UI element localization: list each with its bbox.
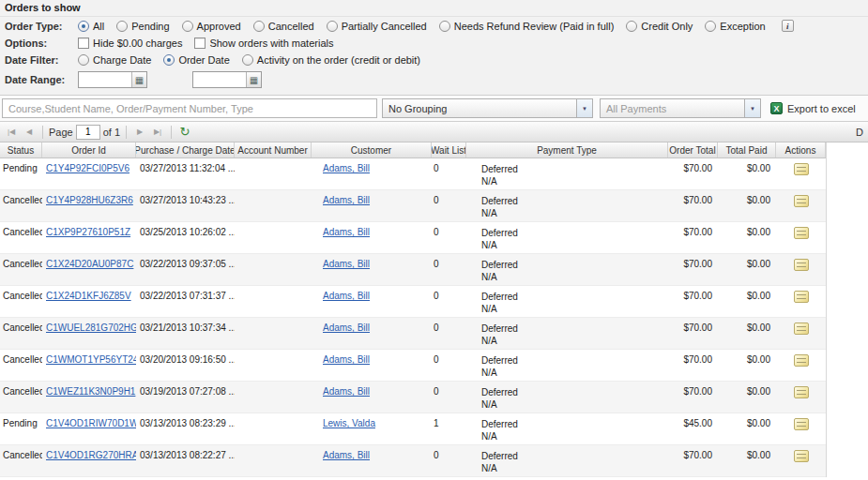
chevron-down-icon: ▼ <box>744 99 760 117</box>
order-id-link[interactable]: C1WMOT1YP56YT24 <box>46 354 136 365</box>
calendar-icon[interactable]: ▦ <box>246 72 261 87</box>
order-id-link[interactable]: C1V4OD1RG270HRA <box>46 450 136 460</box>
order-id-link[interactable]: C1V4OD1RIW70D1W <box>46 418 136 428</box>
radio-option-all[interactable]: All <box>78 21 104 32</box>
cell-payment: DeferredN/A <box>466 350 668 381</box>
table-header: StatusOrder IdPurchase / Charge DateAcco… <box>0 142 826 158</box>
column-header-purchase-charge-date[interactable]: Purchase / Charge Date <box>136 142 235 158</box>
column-header-total-paid[interactable]: Total Paid <box>718 142 776 158</box>
customer-link[interactable]: Adams, Bill <box>323 163 370 173</box>
table-row: CancelledC1V4OD1RG270HRA03/13/2013 08:22… <box>0 445 826 477</box>
order-type-row: Order Type: AllPendingApprovedCancelledP… <box>0 17 868 35</box>
edit-note-icon[interactable] <box>794 450 809 462</box>
checkbox-option-show-orders-with-materials[interactable]: Show orders with materials <box>194 38 333 49</box>
radio-option-charge-date[interactable]: Charge Date <box>78 54 151 66</box>
cell-wait-list: 0 <box>432 350 466 381</box>
cell-actions <box>776 350 826 381</box>
calendar-icon[interactable]: ▦ <box>131 72 146 87</box>
radio-option-exception[interactable]: Exception <box>705 21 765 32</box>
customer-link[interactable]: Adams, Bill <box>323 354 370 365</box>
first-page-button[interactable]: |◀ <box>4 125 19 140</box>
order-id-link[interactable]: C1X24D1KFJ6Z85V <box>46 291 131 301</box>
date-filter-row: Date Filter: Charge DateOrder DateActivi… <box>0 52 868 68</box>
edit-note-icon[interactable] <box>794 259 809 271</box>
edit-note-icon[interactable] <box>794 386 809 398</box>
edit-note-icon[interactable] <box>794 163 809 175</box>
cell-status: Cancelled <box>0 318 42 349</box>
edit-note-icon[interactable] <box>794 322 809 335</box>
export-label: Export to excel <box>787 103 856 114</box>
column-header-status[interactable]: Status <box>0 142 42 158</box>
prev-page-button[interactable]: ◀ <box>22 125 37 140</box>
grouping-select[interactable]: No Grouping ▼ <box>382 98 593 118</box>
edit-note-icon[interactable] <box>794 418 809 430</box>
edit-note-icon[interactable] <box>794 354 809 367</box>
edit-note-icon[interactable] <box>794 227 809 239</box>
column-header-customer[interactable]: Customer <box>312 142 432 158</box>
cell-status: Pending <box>0 158 42 189</box>
customer-link[interactable]: Adams, Bill <box>323 195 370 205</box>
next-page-button[interactable]: ▶ <box>132 125 147 140</box>
cell-account-number <box>235 190 312 221</box>
column-header-wait-list[interactable]: Wait List <box>432 142 466 158</box>
cell-status: Cancelled <box>0 382 42 412</box>
refresh-icon[interactable]: ↻ <box>177 125 192 140</box>
edit-note-icon[interactable] <box>794 195 809 207</box>
column-header-account-number[interactable]: Account Number <box>235 142 312 158</box>
cell-actions <box>776 222 826 253</box>
cell-status: Pending <box>0 413 42 444</box>
payments-select[interactable]: All Payments ▼ <box>600 98 761 118</box>
order-id-link[interactable]: C1XP9P27610P51Z <box>46 227 130 237</box>
page-number-input[interactable] <box>76 125 100 140</box>
column-header-actions[interactable]: Actions <box>776 142 826 158</box>
customer-link[interactable]: Adams, Bill <box>323 450 370 460</box>
column-header-payment-type[interactable]: Payment Type <box>466 142 668 158</box>
order-id-link[interactable]: C1Y4P92FCI0P5V6 <box>46 163 129 173</box>
radio-option-credit-only[interactable]: Credit Only <box>626 21 693 32</box>
cell-status: Cancelled <box>0 254 42 285</box>
radio-label: Activity on the order (credit or debit) <box>257 54 420 66</box>
radio-option-activity-on-the-order-credit-or-debit[interactable]: Activity on the order (credit or debit) <box>242 54 420 66</box>
customer-link[interactable]: Adams, Bill <box>323 259 370 269</box>
cell-payment: DeferredN/A <box>466 158 668 189</box>
date-to-input[interactable] <box>193 72 246 87</box>
radio-option-approved[interactable]: Approved <box>182 21 241 32</box>
order-id-link[interactable]: C1X24D20AU0P87C <box>46 259 133 269</box>
cell-order-id: C1WUEL281G702HG <box>42 318 136 349</box>
options-row: Options: Hide $0.00 chargesShow orders w… <box>0 35 868 52</box>
cell-wait-list: 0 <box>432 445 466 476</box>
payment-type-line1: Deferred <box>481 322 664 335</box>
column-header-order-id[interactable]: Order Id <box>42 142 136 158</box>
export-to-excel-button[interactable]: X Export to excel <box>770 102 856 114</box>
search-input[interactable] <box>2 98 377 118</box>
customer-link[interactable]: Adams, Bill <box>323 291 370 301</box>
radio-option-needs-refund-review-paid-in-full[interactable]: Needs Refund Review (Paid in full) <box>439 21 615 32</box>
cell-order-total: $70.00 <box>668 318 718 349</box>
cell-total-paid: $0.00 <box>718 382 776 412</box>
customer-link[interactable]: Lewis, Valda <box>323 418 375 428</box>
checkbox-option-hide-0-00-charges[interactable]: Hide $0.00 charges <box>78 38 182 49</box>
cell-account-number <box>235 413 312 444</box>
payment-type-line2: N/A <box>481 303 664 315</box>
date-from-input[interactable] <box>79 72 131 87</box>
customer-link[interactable]: Adams, Bill <box>323 227 370 237</box>
order-id-link[interactable]: C1WUEL281G702HG <box>46 322 136 333</box>
page-label: Page <box>49 127 73 138</box>
customer-link[interactable]: Adams, Bill <box>323 322 370 333</box>
radio-option-order-date[interactable]: Order Date <box>163 54 229 66</box>
radio-option-cancelled[interactable]: Cancelled <box>253 21 314 32</box>
table-row: CancelledC1X24D20AU0P87C03/22/2013 09:37… <box>0 254 826 286</box>
radio-option-pending[interactable]: Pending <box>116 21 169 32</box>
payment-type-line2: N/A <box>481 207 664 219</box>
order-id-link[interactable]: C1Y4P928HU6Z3R6 <box>46 195 133 205</box>
info-icon[interactable]: i <box>782 20 794 32</box>
customer-link[interactable]: Adams, Bill <box>323 386 370 397</box>
cell-purchase-date: 03/19/2013 07:27:08 ... <box>136 382 235 412</box>
order-id-link[interactable]: C1WEZ11K3N0P9H1 <box>46 386 135 397</box>
radio-option-partially-cancelled[interactable]: Partially Cancelled <box>327 21 427 32</box>
column-header-order-total[interactable]: Order Total <box>668 142 718 158</box>
cell-account-number <box>235 222 312 253</box>
edit-note-icon[interactable] <box>794 291 809 303</box>
last-page-button[interactable]: ▶| <box>150 125 165 140</box>
excel-icon: X <box>770 102 783 114</box>
